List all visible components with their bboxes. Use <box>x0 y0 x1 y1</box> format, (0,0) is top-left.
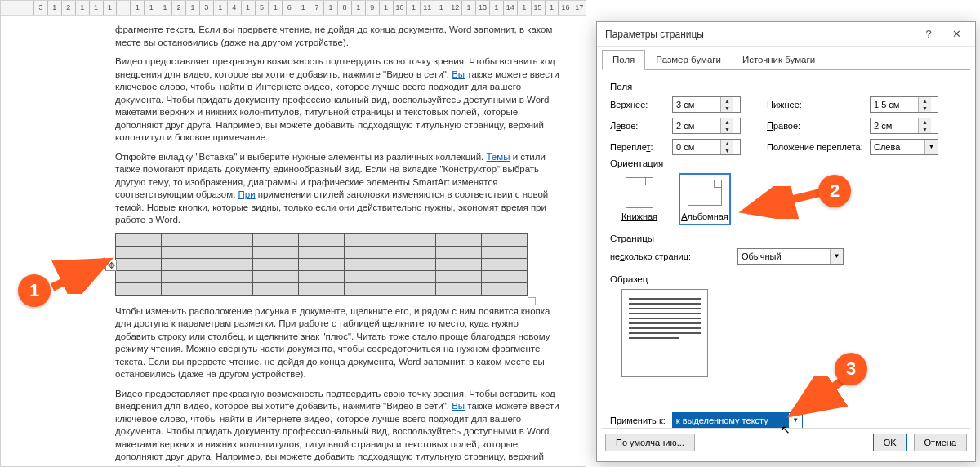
callout-1: 1 <box>18 274 51 307</box>
spin-up-icon[interactable]: ▲ <box>721 140 733 147</box>
label-top-margin: Верхнее: <box>610 100 667 109</box>
ruler-tick: 2 <box>61 1 75 15</box>
ruler-tick: 17 <box>572 1 586 15</box>
preview-thumbnail <box>621 289 708 377</box>
tab-paper-size[interactable]: Размер бумаги <box>645 50 732 70</box>
paragraph[interactable]: Видео предоставляет прекрасную возможнос… <box>115 56 561 145</box>
ruler-tick: 3 <box>33 1 47 15</box>
tab-fields[interactable]: Поля <box>602 50 645 70</box>
hyperlink[interactable]: При <box>238 189 256 199</box>
default-button[interactable]: По умолчанию... <box>605 434 695 451</box>
ruler-tick: 1 <box>75 1 89 15</box>
ruler-tick: 1 <box>158 1 172 15</box>
ruler-tick: 9 <box>365 1 379 15</box>
ruler-tick: 1 <box>268 1 282 15</box>
horizontal-ruler[interactable]: 3121111112131415161718191101111121131141… <box>1 1 586 16</box>
input-left-margin[interactable]: ▲▼ <box>672 118 741 134</box>
ruler-tick: 4 <box>227 1 241 15</box>
paragraph[interactable]: фрагменте текста. Если вы прервете чтени… <box>115 24 561 49</box>
ruler-tick <box>116 1 130 15</box>
paragraph[interactable]: Чтобы изменить расположение рисунка в до… <box>115 305 561 381</box>
ruler-tick: 1 <box>185 1 199 15</box>
combo-gutter-position[interactable]: Слева▼ <box>870 139 938 155</box>
landscape-page-icon <box>688 180 722 206</box>
ruler-tick: 1 <box>103 1 117 15</box>
label-bottom-margin: Нижнее: <box>767 100 865 109</box>
orientation-landscape-button[interactable]: Альбомная <box>679 173 731 225</box>
input-bottom-margin[interactable]: ▲▼ <box>870 96 938 113</box>
spin-down-icon[interactable]: ▼ <box>919 126 931 133</box>
spin-up-icon[interactable]: ▲ <box>919 97 931 105</box>
ruler-tick: 1 <box>351 1 365 15</box>
ruler-tick: 6 <box>282 1 296 15</box>
label-apply-to: Применить к: <box>610 416 666 425</box>
label-gutter: Переплет: <box>610 142 667 152</box>
ruler-tick: 1 <box>144 1 158 15</box>
label-gutter-position: Положение переплета: <box>767 142 865 152</box>
cancel-button[interactable]: Отмена <box>914 434 967 451</box>
ruler-tick: 1 <box>323 1 337 15</box>
hyperlink[interactable]: Вы <box>452 69 465 79</box>
ruler-tick: 1 <box>89 1 103 15</box>
callout-3: 3 <box>835 353 867 385</box>
paragraph[interactable]: Видео предоставляет прекрасную возможнос… <box>115 388 561 466</box>
document-table[interactable] <box>115 234 528 296</box>
ruler-tick: 16 <box>558 1 572 15</box>
combo-multiple-pages[interactable]: Обычный▼ <box>737 248 844 265</box>
spin-up-icon[interactable]: ▲ <box>919 118 931 126</box>
chevron-down-icon: ▼ <box>789 413 802 428</box>
dialog-title: Параметры страницы <box>605 29 915 40</box>
input-gutter[interactable]: ▲▼ <box>672 139 741 155</box>
ruler-tick: 1 <box>379 1 393 15</box>
chevron-down-icon: ▼ <box>924 140 938 154</box>
hyperlink[interactable]: Вы <box>452 401 465 411</box>
close-button[interactable]: ✕ <box>942 23 970 46</box>
ok-button[interactable]: OK <box>873 434 907 451</box>
hyperlink[interactable]: Темы <box>486 152 510 162</box>
tab-paper-source[interactable]: Источник бумаги <box>732 50 826 70</box>
section-pages-title: Страницы <box>610 234 962 243</box>
spin-down-icon[interactable]: ▼ <box>919 105 931 112</box>
input-top-margin[interactable]: ▲▼ <box>672 96 741 113</box>
ruler-tick: 1 <box>461 1 475 15</box>
spin-down-icon[interactable]: ▼ <box>721 126 733 133</box>
page-setup-dialog: Параметры страницы ? ✕ Поля Размер бумаг… <box>596 21 976 462</box>
ruler-tick: 10 <box>393 1 407 15</box>
ruler-tick: 1 <box>241 1 255 15</box>
document-page[interactable]: фрагменте текста. Если вы прервете чтени… <box>1 16 586 466</box>
table-resize-handle-icon[interactable] <box>528 297 536 305</box>
table-move-handle-icon[interactable]: ✥ <box>105 260 117 271</box>
section-preview-title: Образец <box>610 274 962 284</box>
label-right-margin: Правое: <box>767 121 865 131</box>
input-right-margin[interactable]: ▲▼ <box>870 118 938 134</box>
word-document-area: 3121111112131415161718191101111121131141… <box>0 0 586 467</box>
ruler-tick: 11 <box>420 1 434 15</box>
help-button[interactable]: ? <box>915 23 942 46</box>
chevron-down-icon: ▼ <box>830 249 843 264</box>
label-left-margin: Левое: <box>610 121 667 131</box>
spin-down-icon[interactable]: ▼ <box>721 147 733 154</box>
ruler-tick: 1 <box>296 1 310 15</box>
ruler-tick: 1 <box>406 1 420 15</box>
ruler-tick: 8 <box>337 1 351 15</box>
label-multiple-pages: несколько страниц: <box>610 251 733 261</box>
ruler-tick: 5 <box>255 1 269 15</box>
spin-up-icon[interactable]: ▲ <box>721 118 733 126</box>
ruler-tick: 12 <box>448 1 461 15</box>
ruler-tick: 15 <box>531 1 545 15</box>
ruler-tick: 14 <box>503 1 517 15</box>
orientation-portrait-button[interactable]: Книжная <box>613 173 666 225</box>
ruler-tick: 2 <box>172 1 185 15</box>
portrait-page-icon <box>626 177 653 208</box>
ruler-tick: 1 <box>130 1 144 15</box>
tab-panel-fields: Поля Верхнее: ▲▼ Нижнее: ▲▼ Левое: ▲▼ Пр… <box>602 69 970 435</box>
ruler-tick: 1 <box>47 1 61 15</box>
ruler-tick: 1 <box>545 1 559 15</box>
ruler-tick: 1 <box>434 1 448 15</box>
dialog-titlebar[interactable]: Параметры страницы ? ✕ <box>597 22 975 47</box>
section-margins-title: Поля <box>610 82 962 91</box>
paragraph[interactable]: Откройте вкладку "Вставка" и выберите ну… <box>115 151 561 227</box>
callout-2: 2 <box>818 175 851 207</box>
spin-up-icon[interactable]: ▲ <box>721 97 733 105</box>
spin-down-icon[interactable]: ▼ <box>721 105 733 112</box>
